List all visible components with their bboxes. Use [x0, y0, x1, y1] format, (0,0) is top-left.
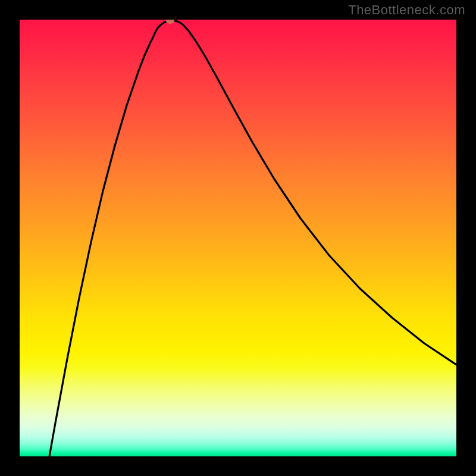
curve-path: [49, 21, 456, 456]
watermark-text: TheBottleneck.com: [348, 2, 465, 18]
plot-area: [20, 20, 456, 456]
bottleneck-curve: [20, 20, 456, 456]
chart-frame: TheBottleneck.com: [0, 0, 476, 476]
